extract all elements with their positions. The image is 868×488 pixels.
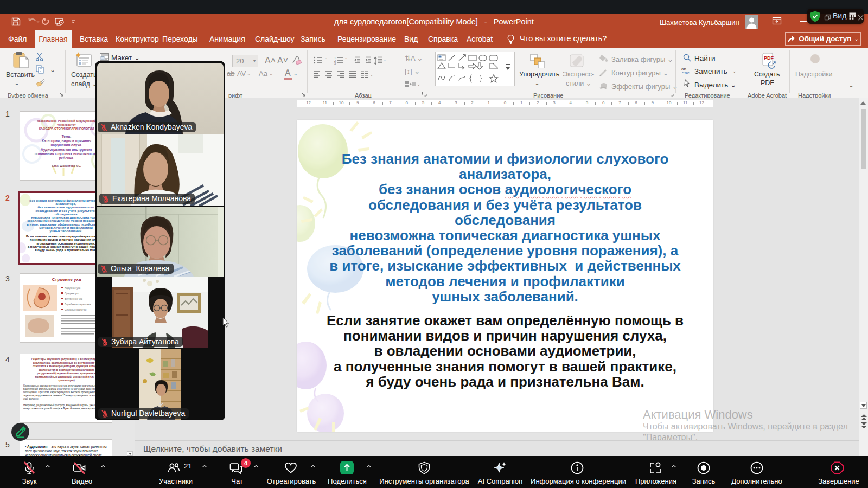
svg-text:⌄: ⌄: [344, 56, 348, 60]
svg-text:⌄: ⌄: [370, 73, 373, 76]
svg-text:PDF: PDF: [764, 55, 774, 61]
svg-text:Барабанная перепонка: Барабанная перепонка: [65, 303, 91, 306]
svg-text:Среднее ухо: Среднее ухо: [65, 292, 79, 295]
svg-text:⌄: ⌄: [383, 58, 386, 62]
svg-text:Слуховые косточки: Слуховые косточки: [65, 309, 87, 311]
svg-text:Внутреннее ухо: Внутреннее ухо: [65, 298, 82, 300]
svg-text:⌄: ⌄: [324, 56, 328, 60]
svg-text:3: 3: [334, 62, 336, 65]
svg-text:Наружное ухо: Наружное ухо: [65, 287, 81, 290]
svg-text:ac: ac: [685, 70, 689, 75]
